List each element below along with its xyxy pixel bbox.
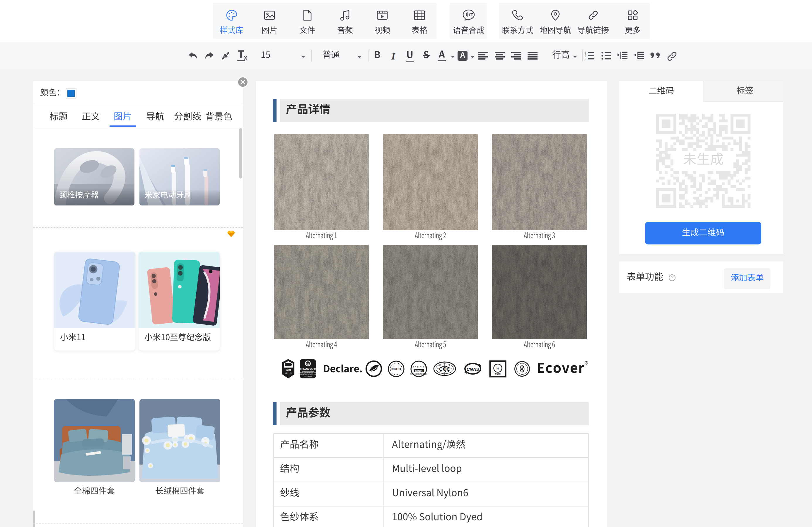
svg-text:CNAS: CNAS — [467, 367, 479, 372]
svg-text:R: R — [585, 362, 587, 364]
svg-text:IQNet: IQNet — [415, 369, 423, 372]
svg-text:UL.COM/GG: UL.COM/GG — [304, 376, 312, 377]
svg-text:2: 2 — [585, 54, 586, 57]
svg-text:NGDO: NGDO — [391, 367, 401, 371]
svg-text:CRI: CRI — [286, 368, 291, 372]
svg-text:+PLUS: +PLUS — [285, 372, 292, 374]
svg-text:PRODUCT CERTIFIED FOR: PRODUCT CERTIFIED FOR — [299, 372, 316, 374]
svg-text:3: 3 — [585, 57, 586, 61]
svg-text:com: com — [495, 372, 501, 375]
svg-text:MANAGEMENT SYSTEM: MANAGEMENT SYSTEM — [410, 373, 427, 375]
svg-text:CERTIFIED: CERTIFIED — [411, 366, 427, 368]
svg-text:R: R — [496, 366, 499, 370]
svg-text:UL: UL — [306, 362, 310, 365]
svg-text:LOW CHEMICAL EMISSIONS: LOW CHEMICAL EMISSIONS — [299, 374, 316, 375]
svg-text:1: 1 — [585, 51, 586, 55]
svg-text:CQC: CQC — [439, 366, 450, 372]
svg-text:GREENGUARD: GREENGUARD — [300, 368, 316, 370]
